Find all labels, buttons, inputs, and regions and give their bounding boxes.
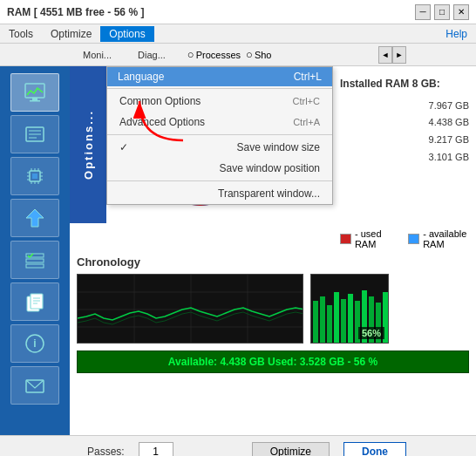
sidebar-icon-list[interactable] [10, 115, 59, 153]
transparent-window-item[interactable]: Transparent window... [107, 183, 332, 204]
sidebar-icon-email[interactable] [10, 366, 59, 405]
separator-3 [107, 180, 332, 181]
common-options-shortcut: Ctrl+C [293, 96, 320, 106]
available-bar: Available: 4.438 GB Used: 3.528 GB - 56 … [77, 351, 469, 373]
svg-rect-23 [26, 259, 44, 262]
sidebar-icon-arrow[interactable] [10, 199, 59, 237]
svg-rect-36 [78, 275, 303, 344]
language-label: Language [118, 71, 164, 83]
title-bar-text: RAM [ 4551 MB free - 56 % ] [7, 6, 415, 18]
separator-1 [107, 88, 332, 89]
language-shortcut: Ctrl+L [294, 71, 322, 83]
svg-rect-46 [327, 305, 332, 344]
legend-available: - available RAM [408, 228, 476, 249]
sidebar-icon-chip[interactable] [10, 157, 59, 195]
maximize-button[interactable]: □ [434, 4, 450, 20]
processes-label: Processes [196, 50, 241, 60]
ram-details: Installed RAM 8 GB: 7.967 GB 4.438 GB 9.… [340, 75, 469, 167]
advanced-options-shortcut: Ctrl+A [293, 117, 320, 127]
svg-rect-44 [313, 301, 318, 344]
ram-row-4: 3.101 GB [340, 149, 469, 167]
toolbar: Moni... Diag... ○ Processes ○ Sho ◄ ► [0, 44, 476, 66]
separator-2 [107, 134, 332, 135]
tab-diagnostics[interactable]: Diag... [125, 46, 179, 64]
menu-optimize[interactable]: Optimize [42, 26, 100, 42]
nav-right-arrow[interactable]: ► [392, 46, 406, 64]
menu-bar: Tools Optimize Options Help [0, 24, 476, 44]
sidebar: i [0, 66, 70, 435]
legend-used: - used RAM [340, 228, 394, 249]
chronology-graphs: 56% [77, 274, 469, 344]
save-window-size-label: Save window size [237, 141, 320, 153]
dropdown-language-header[interactable]: Language Ctrl+L [107, 67, 332, 86]
legend: - used RAM - available RAM [340, 228, 476, 249]
minimize-button[interactable]: ─ [415, 4, 431, 20]
svg-rect-47 [334, 292, 339, 344]
chrono-graph-large [77, 274, 303, 344]
radio-shortcuts[interactable]: ○ Sho [246, 48, 271, 61]
svg-rect-2 [30, 100, 40, 102]
chrono-graph-small: 56% [310, 274, 389, 344]
save-window-size-item[interactable]: Save window size [107, 137, 332, 158]
options-banner: Options... [70, 66, 106, 223]
svg-rect-24 [26, 264, 44, 268]
svg-marker-21 [26, 209, 44, 227]
svg-text:i: i [33, 337, 36, 350]
ram-title: Installed RAM 8 GB: [340, 75, 469, 94]
svg-rect-45 [320, 296, 325, 344]
chronology-title: Chronology [77, 255, 469, 269]
ram-row-1: 7.967 GB [340, 98, 469, 115]
svg-rect-49 [348, 294, 353, 344]
chrono-graph-large-svg [78, 275, 303, 344]
percentage-badge: 56% [358, 327, 384, 339]
diag-panel: Installed RAM 8 GB: 7.967 GB 4.438 GB 9.… [340, 75, 469, 167]
main-layout: i www.pc0359.cn Options... [0, 66, 476, 435]
sidebar-icon-pages[interactable] [10, 282, 59, 321]
passes-input[interactable] [139, 442, 173, 457]
svg-rect-1 [32, 98, 37, 100]
ram-row-3: 9.217 GB [340, 132, 469, 149]
menu-help[interactable]: Help [445, 28, 467, 40]
legend-used-color [340, 234, 351, 244]
passes-label: Passes: [87, 446, 125, 457]
svg-rect-48 [341, 299, 346, 344]
options-dropdown-menu: Language Ctrl+L Common Options Ctrl+C Ad… [106, 66, 333, 205]
menu-tools[interactable]: Tools [0, 26, 42, 42]
done-button[interactable]: Done [343, 442, 406, 457]
advanced-options-item[interactable]: Advanced Options Ctrl+A [107, 112, 332, 133]
tab-monitoring[interactable]: Moni... [70, 46, 125, 64]
radio-processes[interactable]: ○ Processes [187, 48, 241, 61]
optimize-button[interactable]: Optimize [252, 442, 330, 457]
options-banner-text: Options... [82, 110, 95, 180]
title-bar-controls: ─ □ ✕ [415, 4, 469, 20]
common-options-label: Common Options [119, 95, 201, 107]
close-button[interactable]: ✕ [453, 4, 469, 20]
shortcuts-label: Sho [255, 50, 272, 60]
legend-used-label: - used RAM [355, 228, 394, 249]
legend-available-color [408, 234, 419, 244]
save-window-position-item[interactable]: Save window position [107, 158, 332, 179]
nav-arrows: ◄ ► [378, 46, 406, 64]
transparent-window-label: Transparent window... [218, 187, 320, 200]
footer-controls: Passes: Optimize Done [0, 435, 476, 456]
processes-radio-group: ○ Processes ○ Sho [187, 48, 272, 61]
title-bar: RAM [ 4551 MB free - 56 % ] ─ □ ✕ [0, 0, 476, 24]
content-area: www.pc0359.cn Options... Language Ctrl+L [70, 66, 476, 435]
available-bar-text: Available: 4.438 GB Used: 3.528 GB - 56 … [168, 356, 377, 368]
chronology-section: Chronology [70, 255, 476, 373]
nav-left-arrow[interactable]: ◄ [378, 46, 392, 64]
sidebar-icon-checkmark[interactable] [10, 241, 59, 279]
sidebar-icon-info[interactable]: i [10, 324, 59, 363]
sidebar-icon-monitor[interactable] [10, 73, 59, 112]
legend-available-label: - available RAM [423, 228, 476, 249]
common-options-item[interactable]: Common Options Ctrl+C [107, 91, 332, 112]
ram-row-2: 4.438 GB [340, 114, 469, 132]
advanced-options-label: Advanced Options [119, 116, 205, 128]
save-window-position-label: Save window position [220, 162, 320, 174]
svg-rect-8 [32, 174, 37, 179]
menu-options[interactable]: Options [100, 26, 153, 42]
